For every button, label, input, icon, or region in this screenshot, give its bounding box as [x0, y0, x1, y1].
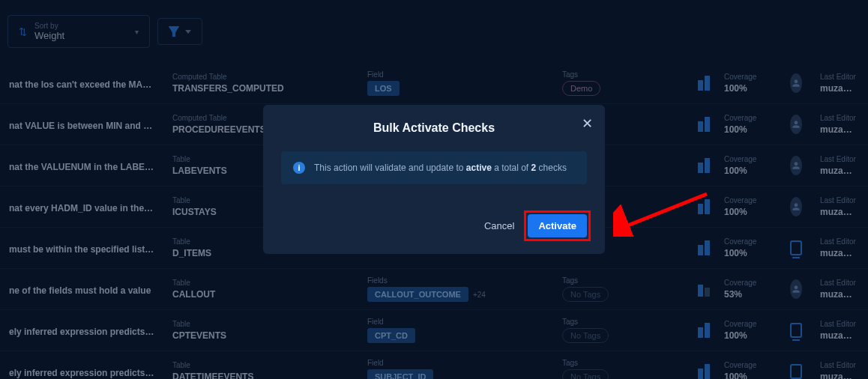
modal-overlay: ✕ Bulk Activate Checks i This action wil…: [0, 0, 868, 379]
modal-actions: Cancel Activate: [281, 214, 587, 237]
cancel-button[interactable]: Cancel: [484, 220, 514, 231]
bulk-activate-modal: ✕ Bulk Activate Checks i This action wil…: [263, 105, 605, 254]
modal-title: Bulk Activate Checks: [281, 121, 587, 135]
activate-button[interactable]: Activate: [528, 214, 587, 237]
info-banner: i This action will validate and update t…: [281, 151, 587, 184]
close-icon[interactable]: ✕: [582, 115, 593, 132]
info-icon: i: [293, 162, 305, 174]
info-text: This action will validate and update to …: [314, 163, 567, 173]
